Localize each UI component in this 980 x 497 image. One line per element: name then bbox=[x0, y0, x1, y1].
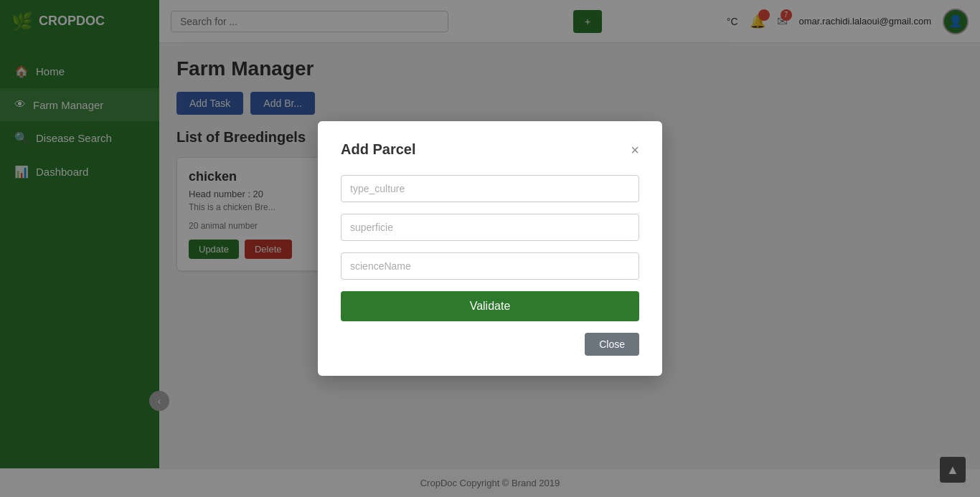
superficie-input[interactable] bbox=[341, 214, 639, 241]
close-button[interactable]: Close bbox=[585, 333, 639, 356]
validate-button[interactable]: Validate bbox=[341, 291, 639, 321]
modal-header: Add Parcel × bbox=[341, 141, 639, 158]
type-culture-input[interactable] bbox=[341, 175, 639, 202]
modal-overlay[interactable]: Add Parcel × Validate Close bbox=[0, 0, 980, 497]
modal-title: Add Parcel bbox=[341, 141, 415, 158]
add-parcel-modal: Add Parcel × Validate Close bbox=[318, 121, 662, 376]
modal-footer: Close bbox=[341, 333, 639, 356]
modal-close-x-button[interactable]: × bbox=[631, 143, 639, 157]
science-name-input[interactable] bbox=[341, 252, 639, 280]
